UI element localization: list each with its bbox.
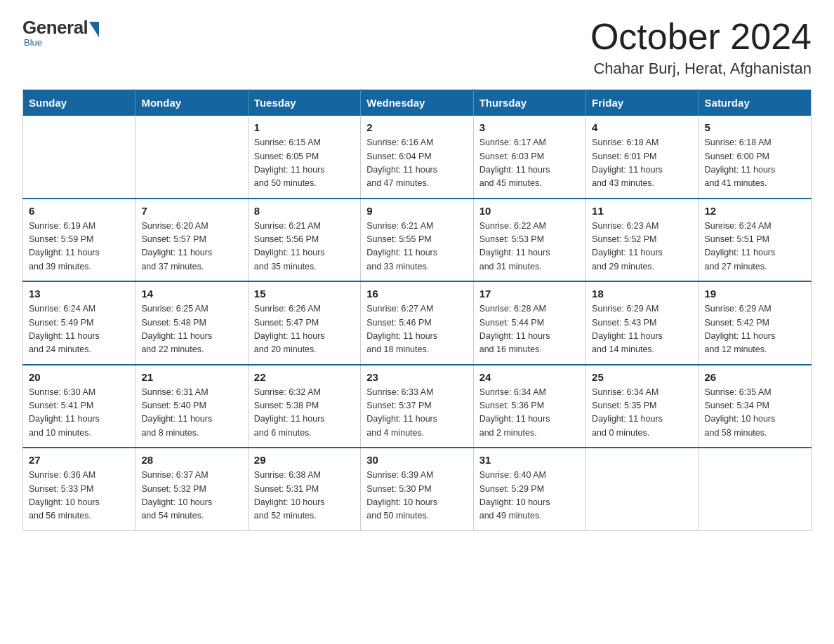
- weekday-header: Saturday: [699, 90, 811, 116]
- day-info: Sunrise: 6:39 AM Sunset: 5:30 PM Dayligh…: [366, 469, 467, 523]
- day-number: 14: [141, 288, 241, 300]
- calendar-cell: 26Sunrise: 6:35 AM Sunset: 5:34 PM Dayli…: [699, 365, 811, 448]
- calendar-cell: 31Sunrise: 6:40 AM Sunset: 5:29 PM Dayli…: [473, 448, 585, 530]
- calendar-cell: 20Sunrise: 6:30 AM Sunset: 5:41 PM Dayli…: [23, 365, 135, 448]
- day-info: Sunrise: 6:23 AM Sunset: 5:52 PM Dayligh…: [592, 220, 692, 274]
- day-number: 17: [479, 288, 580, 300]
- day-number: 24: [479, 371, 580, 383]
- calendar-cell: 12Sunrise: 6:24 AM Sunset: 5:51 PM Dayli…: [699, 199, 811, 282]
- day-number: 6: [29, 205, 129, 217]
- calendar-cell: 19Sunrise: 6:29 AM Sunset: 5:42 PM Dayli…: [699, 281, 811, 365]
- calendar-cell: 30Sunrise: 6:39 AM Sunset: 5:30 PM Dayli…: [361, 448, 473, 530]
- calendar-cell: 25Sunrise: 6:34 AM Sunset: 5:35 PM Dayli…: [586, 365, 699, 448]
- calendar-cell: 24Sunrise: 6:34 AM Sunset: 5:36 PM Dayli…: [473, 365, 585, 448]
- calendar-cell: 14Sunrise: 6:25 AM Sunset: 5:48 PM Dayli…: [135, 281, 248, 365]
- calendar-cell: 15Sunrise: 6:26 AM Sunset: 5:47 PM Dayli…: [248, 281, 360, 365]
- day-number: 8: [254, 205, 355, 217]
- page-title: October 2024: [590, 17, 812, 57]
- weekday-header: Wednesday: [361, 90, 473, 116]
- day-number: 1: [254, 121, 355, 133]
- weekday-header: Thursday: [473, 90, 585, 116]
- weekday-header: Monday: [135, 90, 248, 116]
- calendar-week-row: 6Sunrise: 6:19 AM Sunset: 5:59 PM Daylig…: [23, 199, 812, 282]
- day-info: Sunrise: 6:26 AM Sunset: 5:47 PM Dayligh…: [254, 302, 355, 357]
- day-number: 27: [29, 454, 129, 466]
- calendar-cell: [135, 116, 248, 199]
- calendar-cell: 6Sunrise: 6:19 AM Sunset: 5:59 PM Daylig…: [23, 199, 135, 282]
- day-info: Sunrise: 6:32 AM Sunset: 5:38 PM Dayligh…: [254, 386, 355, 441]
- calendar-cell: 21Sunrise: 6:31 AM Sunset: 5:40 PM Dayli…: [135, 365, 248, 448]
- calendar-cell: 11Sunrise: 6:23 AM Sunset: 5:52 PM Dayli…: [586, 199, 699, 282]
- calendar-cell: [699, 448, 811, 530]
- day-number: 15: [254, 288, 355, 300]
- calendar-cell: 3Sunrise: 6:17 AM Sunset: 6:03 PM Daylig…: [473, 116, 585, 199]
- day-info: Sunrise: 6:24 AM Sunset: 5:51 PM Dayligh…: [705, 220, 805, 274]
- weekday-header: Friday: [586, 90, 699, 116]
- calendar-cell: 23Sunrise: 6:33 AM Sunset: 5:37 PM Dayli…: [361, 365, 473, 448]
- page-header: General Blue October 2024 Chahar Burj, H…: [22, 17, 812, 78]
- calendar-week-row: 20Sunrise: 6:30 AM Sunset: 5:41 PM Dayli…: [23, 365, 812, 448]
- day-info: Sunrise: 6:20 AM Sunset: 5:57 PM Dayligh…: [141, 220, 241, 274]
- title-block: October 2024 Chahar Burj, Herat, Afghani…: [590, 17, 812, 78]
- day-number: 25: [592, 371, 692, 383]
- calendar-cell: 1Sunrise: 6:15 AM Sunset: 6:05 PM Daylig…: [248, 116, 360, 199]
- day-info: Sunrise: 6:30 AM Sunset: 5:41 PM Dayligh…: [29, 386, 129, 441]
- day-number: 2: [366, 121, 467, 133]
- day-info: Sunrise: 6:33 AM Sunset: 5:37 PM Dayligh…: [366, 386, 467, 441]
- day-info: Sunrise: 6:29 AM Sunset: 5:43 PM Dayligh…: [592, 302, 692, 357]
- day-info: Sunrise: 6:24 AM Sunset: 5:49 PM Dayligh…: [29, 302, 129, 357]
- day-info: Sunrise: 6:27 AM Sunset: 5:46 PM Dayligh…: [366, 302, 467, 357]
- calendar-week-row: 27Sunrise: 6:36 AM Sunset: 5:33 PM Dayli…: [23, 448, 812, 530]
- day-number: 18: [592, 288, 692, 300]
- calendar-cell: 9Sunrise: 6:21 AM Sunset: 5:55 PM Daylig…: [361, 199, 473, 282]
- calendar-cell: 8Sunrise: 6:21 AM Sunset: 5:56 PM Daylig…: [248, 199, 360, 282]
- logo-general-text: General: [22, 17, 88, 39]
- calendar-cell: [23, 116, 135, 199]
- day-number: 5: [705, 121, 805, 133]
- calendar-cell: 22Sunrise: 6:32 AM Sunset: 5:38 PM Dayli…: [248, 365, 360, 448]
- calendar-header-row: SundayMondayTuesdayWednesdayThursdayFrid…: [23, 90, 812, 116]
- calendar-cell: [586, 448, 699, 530]
- calendar-table: SundayMondayTuesdayWednesdayThursdayFrid…: [22, 89, 812, 531]
- day-number: 9: [366, 205, 467, 217]
- calendar-cell: 4Sunrise: 6:18 AM Sunset: 6:01 PM Daylig…: [586, 116, 699, 199]
- day-number: 12: [705, 205, 805, 217]
- weekday-header: Tuesday: [248, 90, 360, 116]
- day-info: Sunrise: 6:35 AM Sunset: 5:34 PM Dayligh…: [705, 386, 805, 441]
- day-number: 10: [479, 205, 580, 217]
- day-number: 19: [705, 288, 805, 300]
- day-number: 4: [592, 121, 692, 133]
- calendar-cell: 17Sunrise: 6:28 AM Sunset: 5:44 PM Dayli…: [473, 281, 585, 365]
- day-number: 13: [29, 288, 129, 300]
- day-number: 23: [366, 371, 467, 383]
- day-number: 26: [705, 371, 805, 383]
- calendar-cell: 28Sunrise: 6:37 AM Sunset: 5:32 PM Dayli…: [135, 448, 248, 530]
- day-number: 3: [479, 121, 580, 133]
- calendar-cell: 7Sunrise: 6:20 AM Sunset: 5:57 PM Daylig…: [135, 199, 248, 282]
- day-number: 30: [366, 454, 467, 466]
- logo-blue-text: Blue: [24, 37, 42, 48]
- day-number: 16: [366, 288, 467, 300]
- day-number: 31: [479, 454, 580, 466]
- calendar-cell: 13Sunrise: 6:24 AM Sunset: 5:49 PM Dayli…: [23, 281, 135, 365]
- day-number: 7: [141, 205, 241, 217]
- calendar-week-row: 1Sunrise: 6:15 AM Sunset: 6:05 PM Daylig…: [23, 116, 812, 199]
- day-info: Sunrise: 6:18 AM Sunset: 6:01 PM Dayligh…: [592, 136, 692, 191]
- day-info: Sunrise: 6:21 AM Sunset: 5:56 PM Dayligh…: [254, 220, 355, 274]
- day-info: Sunrise: 6:28 AM Sunset: 5:44 PM Dayligh…: [479, 302, 580, 357]
- day-info: Sunrise: 6:18 AM Sunset: 6:00 PM Dayligh…: [705, 136, 805, 191]
- day-info: Sunrise: 6:38 AM Sunset: 5:31 PM Dayligh…: [254, 469, 355, 523]
- calendar-cell: 27Sunrise: 6:36 AM Sunset: 5:33 PM Dayli…: [23, 448, 135, 530]
- calendar-cell: 18Sunrise: 6:29 AM Sunset: 5:43 PM Dayli…: [586, 281, 699, 365]
- weekday-header: Sunday: [23, 90, 135, 116]
- calendar-cell: 2Sunrise: 6:16 AM Sunset: 6:04 PM Daylig…: [361, 116, 473, 199]
- logo-arrow-icon: [89, 22, 99, 37]
- day-info: Sunrise: 6:37 AM Sunset: 5:32 PM Dayligh…: [141, 469, 241, 523]
- day-number: 22: [254, 371, 355, 383]
- day-info: Sunrise: 6:19 AM Sunset: 5:59 PM Dayligh…: [29, 220, 129, 274]
- day-info: Sunrise: 6:22 AM Sunset: 5:53 PM Dayligh…: [479, 220, 580, 274]
- day-number: 21: [141, 371, 241, 383]
- day-info: Sunrise: 6:40 AM Sunset: 5:29 PM Dayligh…: [479, 469, 580, 523]
- day-info: Sunrise: 6:34 AM Sunset: 5:36 PM Dayligh…: [479, 386, 580, 441]
- day-info: Sunrise: 6:17 AM Sunset: 6:03 PM Dayligh…: [479, 136, 580, 191]
